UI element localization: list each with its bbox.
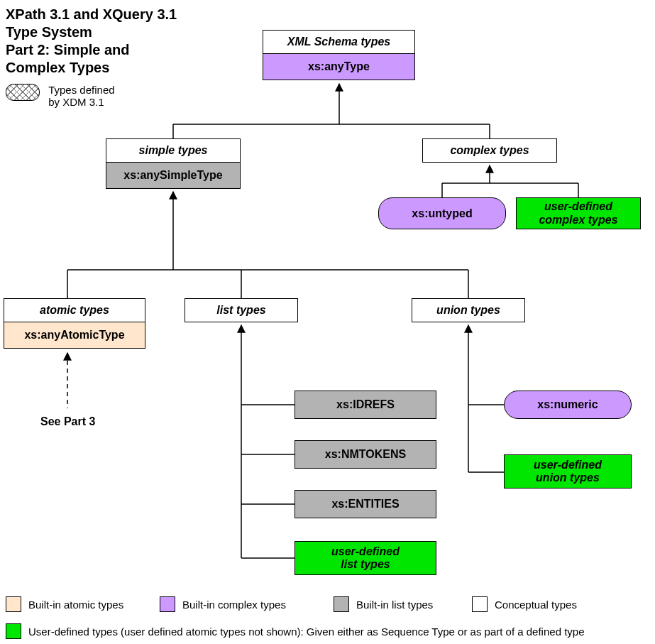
legend-label: Built-in complex types — [182, 599, 286, 611]
title-line: Part 2: Simple and — [6, 42, 130, 58]
node-label: xs:numeric — [537, 398, 598, 411]
legend-built-in-atomic: Built-in atomic types — [6, 596, 123, 612]
xdm-legend-line: by XDM 3.1 — [48, 96, 104, 108]
node-cell-anyType: xs:anyType — [263, 54, 414, 80]
title-line: Complex Types — [6, 60, 109, 75]
node-cell-anySimpleType: xs:anySimpleType — [106, 163, 240, 188]
xdm-legend-line: Types defined — [48, 84, 114, 96]
legend-built-in-list: Built-in list types — [334, 596, 433, 612]
node-simple-types: simple types xs:anySimpleType — [106, 138, 241, 189]
swatch-conceptual-icon — [472, 596, 488, 612]
node-cell-anyAtomicType: xs:anyAtomicType — [4, 322, 145, 348]
node-label: xs:IDREFS — [336, 398, 395, 411]
node-user-defined-list: user-defined list types — [295, 541, 436, 575]
node-label: xs:ENTITIES — [331, 498, 399, 511]
node-user-defined-complex: user-defined complex types — [516, 197, 641, 229]
legend-conceptual: Conceptual types — [472, 596, 577, 612]
title-line: Type System — [6, 24, 92, 40]
node-entities: xs:ENTITIES — [295, 490, 436, 518]
swatch-list-icon — [334, 596, 349, 612]
node-atomic-types: atomic types xs:anyAtomicType — [4, 298, 145, 349]
legend-label: Built-in list types — [356, 599, 433, 611]
legend-label: User-defined types (user defined atomic … — [28, 626, 585, 638]
swatch-complex-icon — [160, 596, 175, 612]
node-list-types: list types — [185, 298, 298, 322]
swatch-user-icon — [6, 623, 21, 639]
node-header: union types — [412, 299, 524, 322]
swatch-atomic-icon — [6, 596, 21, 612]
node-user-defined-union: user-defined union types — [504, 454, 632, 489]
node-header: list types — [185, 299, 297, 322]
node-union-types: union types — [412, 298, 525, 322]
node-header: complex types — [423, 139, 556, 162]
node-idrefs: xs:IDREFS — [295, 391, 436, 419]
node-label: xs:NMTOKENS — [325, 448, 406, 461]
diagram-title: XPath 3.1 and XQuery 3.1 Type System Par… — [6, 6, 177, 77]
node-nmtokens: xs:NMTOKENS — [295, 440, 436, 469]
xdm-swatch-icon — [6, 84, 40, 101]
node-header: simple types — [106, 139, 240, 163]
node-label: xs:untyped — [412, 207, 472, 220]
node-untyped: xs:untyped — [378, 197, 506, 229]
legend-user-defined: User-defined types (user defined atomic … — [6, 623, 648, 639]
legend-label: Conceptual types — [495, 599, 577, 611]
see-part3-note: See Part 3 — [40, 415, 95, 428]
node-xml-schema-types: XML Schema types xs:anyType — [263, 30, 415, 80]
node-header: atomic types — [4, 299, 145, 322]
node-numeric: xs:numeric — [504, 391, 632, 419]
title-line: XPath 3.1 and XQuery 3.1 — [6, 6, 177, 22]
legend-built-in-complex: Built-in complex types — [160, 596, 286, 612]
legend-label: Built-in atomic types — [28, 599, 123, 611]
xdm-legend: Types defined by XDM 3.1 — [6, 84, 115, 108]
node-complex-types: complex types — [422, 138, 557, 163]
node-header: XML Schema types — [263, 31, 414, 54]
